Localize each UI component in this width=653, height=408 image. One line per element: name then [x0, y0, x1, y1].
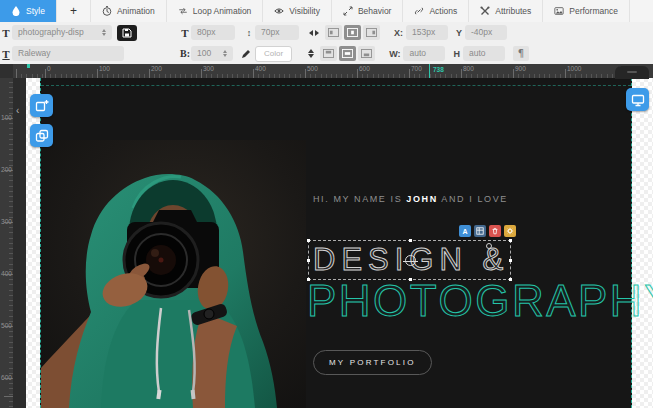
expand-arrows-icon [343, 6, 353, 16]
tab-label: Behavior [358, 6, 392, 16]
color-swatch[interactable]: Color [255, 46, 292, 62]
add-element-button[interactable] [30, 94, 53, 117]
height-input[interactable]: auto [463, 46, 505, 61]
valign-top-button[interactable] [320, 46, 337, 61]
ruler-label: 600 [0, 374, 13, 381]
line-height-value: 70px [261, 25, 279, 40]
duplicate-slide-button[interactable] [30, 124, 53, 147]
v-arrows-icon[interactable] [308, 49, 314, 58]
y-position-input[interactable]: -40px [465, 25, 507, 40]
width-label: W: [389, 49, 400, 59]
color-label: Color [264, 49, 283, 58]
height-value: auto [469, 46, 486, 61]
settings-button[interactable] [474, 225, 486, 237]
title-line2[interactable]: PHOTOGRAPHY [307, 276, 653, 326]
grid-icon [476, 227, 484, 235]
tab-style[interactable]: Style [0, 0, 57, 22]
pen-icon[interactable] [241, 49, 251, 59]
tab-bar: Style + Animation Loop Animation Visibil… [0, 0, 653, 23]
width-input[interactable]: auto [403, 46, 445, 61]
trash-icon [491, 227, 499, 235]
stepper-icon[interactable] [102, 29, 106, 36]
tab-performance[interactable]: Performance [543, 0, 630, 22]
tab-label: Loop Animation [193, 6, 252, 16]
ruler-origin-marker [27, 64, 30, 68]
loop-icon [178, 6, 188, 16]
valign-middle-button[interactable] [339, 46, 356, 61]
edit-text-button[interactable]: A [459, 225, 471, 237]
ruler-label: 400 [0, 270, 13, 277]
ruler-label: 200 [151, 65, 162, 72]
selection-handle[interactable] [509, 259, 512, 262]
tab-attributes[interactable]: Attributes [469, 0, 543, 22]
panel-toggle-handle[interactable] [615, 66, 649, 79]
align-left-button[interactable] [325, 25, 342, 40]
x-position-value: 153px [412, 25, 435, 40]
stepper-icon[interactable] [223, 50, 227, 57]
tab-behavior[interactable]: Behavior [332, 0, 404, 22]
y-position-value: -40px [471, 25, 492, 40]
selection-handle[interactable] [409, 239, 412, 242]
line-height-input[interactable]: 70px [255, 25, 299, 40]
floppy-icon [122, 28, 132, 38]
rotate-handle-icon[interactable] [486, 243, 492, 249]
selection-handle[interactable] [307, 259, 310, 262]
element-mini-toolbar: A [459, 225, 516, 237]
font-size-input[interactable]: 80px [191, 25, 235, 40]
ruler-corner [0, 64, 13, 78]
line-height-icon: ↕ [243, 28, 255, 38]
tab-visibility[interactable]: Visibility [263, 0, 332, 22]
cursor-position-value: 738 [433, 66, 444, 73]
font-size-label: T [179, 27, 191, 39]
delete-button[interactable] [489, 225, 501, 237]
tab-label: + [70, 4, 77, 18]
add-tab-button[interactable]: + [57, 0, 91, 22]
valign-bottom-button[interactable] [358, 46, 375, 61]
tab-label: Actions [429, 6, 457, 16]
heading-name: JOHN [406, 194, 437, 204]
eye-icon [274, 6, 284, 16]
left-panel-strip: ‹ [13, 78, 26, 408]
hero-heading[interactable]: HI. MY NAME IS JOHN AND I LOVE [313, 194, 508, 204]
ruler-label: 400 [255, 65, 266, 72]
tab-label: Visibility [289, 6, 320, 16]
font-style-label: T [0, 27, 12, 39]
font-weight-input[interactable]: 100 [191, 46, 233, 61]
editor-workspace: 100200300400500600 ‹ [0, 78, 653, 408]
section-selection-border [41, 85, 631, 86]
ruler-label: 300 [0, 218, 13, 225]
my-portfolio-button[interactable]: MY PORTFOLIO [313, 350, 432, 375]
copy-icon [35, 129, 49, 143]
h-arrows-icon[interactable] [309, 30, 319, 36]
tab-animation[interactable]: Animation [91, 0, 167, 22]
ruler-label: 200 [0, 166, 13, 173]
tab-actions[interactable]: Actions [403, 0, 469, 22]
photographer-photo[interactable] [41, 140, 306, 408]
font-size-value: 80px [197, 25, 215, 40]
save-style-button[interactable] [117, 25, 137, 41]
paragraph-button[interactable]: ¶ [513, 46, 529, 61]
ruler-label: 100 [99, 65, 110, 72]
font-weight-label: B: [179, 48, 191, 59]
ruler-label: 1000 [567, 65, 581, 72]
transform-anchor-icon[interactable] [405, 255, 416, 266]
align-center-button[interactable] [344, 25, 361, 40]
selection-handle[interactable] [307, 239, 310, 242]
monitor-icon [631, 93, 645, 107]
tab-loop-animation[interactable]: Loop Animation [167, 0, 264, 22]
x-position-label: X: [394, 28, 403, 38]
selected-text-element[interactable]: DESIGN & [308, 240, 511, 280]
font-style-select[interactable]: photography-disp [12, 25, 112, 40]
slide-canvas[interactable]: HI. MY NAME IS JOHN AND I LOVE A DESIGN … [40, 78, 632, 408]
horizontal-ruler: 0100200300400500600700800900100011001200… [0, 64, 653, 78]
image-icon [554, 6, 564, 16]
align-right-button[interactable] [363, 25, 380, 40]
duplicate-button[interactable] [504, 225, 516, 237]
slides-editor: Style + Animation Loop Animation Visibil… [0, 0, 653, 408]
collapse-chevron-icon[interactable]: ‹ [16, 106, 19, 116]
device-preview-button[interactable] [626, 88, 649, 111]
x-position-input[interactable]: 153px [406, 25, 448, 40]
height-label: H [453, 49, 460, 59]
selection-handle[interactable] [509, 239, 512, 242]
font-family-input[interactable]: Raleway [12, 46, 124, 61]
